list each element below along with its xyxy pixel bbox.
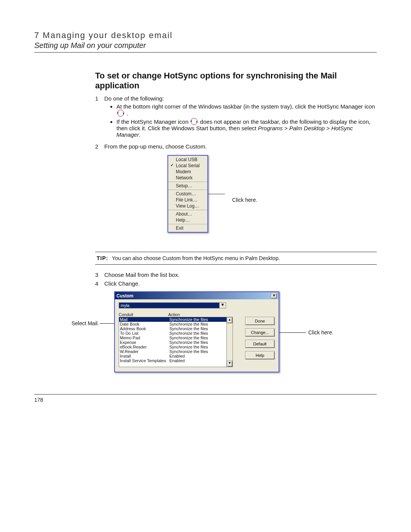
- table-row[interactable]: ExpenseSynchronize the files: [119, 340, 233, 345]
- scrollbar[interactable]: ▲ ▼: [226, 317, 233, 367]
- popup-menu: Local USB Local Serial Modem Network Set…: [167, 155, 208, 233]
- page-number: 178: [34, 397, 377, 403]
- dialog-titlebar: Custom ✕: [115, 292, 279, 299]
- close-icon[interactable]: ✕: [271, 293, 277, 299]
- menu-item-file-link[interactable]: File Link…: [168, 197, 207, 203]
- tip-box: TIP: You can also choose Custom from the…: [95, 252, 377, 265]
- hotsync-icon: [117, 110, 124, 117]
- table-row[interactable]: eBook.ReaderSynchronize the files: [119, 345, 233, 349]
- table-row[interactable]: To Do ListSynchronize the files: [119, 331, 233, 335]
- change-button[interactable]: Change...: [245, 328, 275, 337]
- section-title: Setting up Mail on your computer: [34, 41, 377, 50]
- list-header: Conduit Action: [119, 312, 275, 317]
- step-2-number: 2: [95, 143, 104, 150]
- step-4-number: 4: [95, 280, 104, 287]
- table-row[interactable]: Address BookSynchronize the files: [119, 326, 233, 331]
- menu-item-help[interactable]: Help…: [168, 217, 207, 223]
- table-row[interactable]: W.ReaderSynchronize the files: [119, 349, 233, 354]
- user-dropdown[interactable]: myla ▼: [119, 302, 226, 308]
- chevron-down-icon[interactable]: ▼: [219, 303, 226, 308]
- menu-item-local-usb[interactable]: Local USB: [168, 157, 207, 163]
- menu-item-local-serial[interactable]: Local Serial: [168, 163, 207, 169]
- callout-select-mail: Select Mail.: [65, 320, 99, 326]
- table-row[interactable]: InstallEnabled: [119, 354, 233, 358]
- popup-callout: Click here.: [232, 197, 257, 203]
- footer-rule: [34, 394, 377, 395]
- table-row[interactable]: Memo PadSynchronize the files: [119, 335, 233, 340]
- chapter-title: 7 Managing your desktop email: [34, 30, 377, 40]
- tip-text: You can also choose Custom from the HotS…: [112, 255, 280, 261]
- step-1-text: Do one of the following:: [104, 95, 164, 102]
- conduit-listbox[interactable]: MailSynchronize the filesDate BookSynchr…: [119, 317, 233, 367]
- table-row[interactable]: Install Service TemplatesEnabled: [119, 358, 233, 363]
- step-4-text: Click Change.: [104, 280, 377, 287]
- user-dropdown-value: myla: [119, 303, 219, 308]
- hotsync-icon: [191, 118, 198, 125]
- menu-item-modem[interactable]: Modem: [168, 169, 207, 175]
- help-button[interactable]: Help: [245, 351, 275, 359]
- procedure-heading: To set or change HotSync options for syn…: [95, 71, 377, 91]
- done-button[interactable]: Done: [245, 317, 275, 325]
- scroll-down-icon[interactable]: ▼: [227, 361, 233, 367]
- menu-item-about[interactable]: About…: [168, 211, 207, 217]
- custom-dialog: Custom ✕ myla ▼ Conduit Action MailSynch…: [114, 291, 279, 372]
- menu-item-exit[interactable]: Exit: [168, 225, 207, 231]
- step-2-text: From the pop-up menu, choose Custom.: [104, 143, 377, 150]
- table-row[interactable]: Date BookSynchronize the files: [119, 322, 233, 326]
- step-1-bullet-2: If the HotSync Manager icon does not app…: [116, 118, 377, 138]
- header-rule: [34, 52, 377, 53]
- dialog-title: Custom: [116, 293, 134, 299]
- menu-item-network[interactable]: Network: [168, 175, 207, 181]
- default-button[interactable]: Default: [245, 340, 275, 348]
- menu-item-setup[interactable]: Setup…: [168, 183, 207, 189]
- menu-item-custom[interactable]: Custom…: [168, 191, 207, 197]
- custom-dialog-figure: Select Mail. Custom ✕ myla ▼ Conduit Act…: [65, 291, 346, 379]
- step-3-number: 3: [95, 272, 104, 278]
- table-row[interactable]: MailSynchronize the files: [119, 317, 233, 322]
- scroll-up-icon[interactable]: ▲: [227, 317, 233, 323]
- step-1-number: 1: [95, 95, 104, 102]
- callout-click-here: Click here.: [308, 329, 333, 335]
- popup-menu-figure: Local USB Local Serial Modem Network Set…: [114, 155, 285, 246]
- step-3-text: Choose Mail from the list box.: [104, 272, 377, 278]
- step-1-bullet-1: At the bottom right corner of the Window…: [116, 103, 377, 117]
- menu-item-view-log[interactable]: View Log…: [168, 203, 207, 209]
- tip-label: TIP:: [97, 255, 108, 261]
